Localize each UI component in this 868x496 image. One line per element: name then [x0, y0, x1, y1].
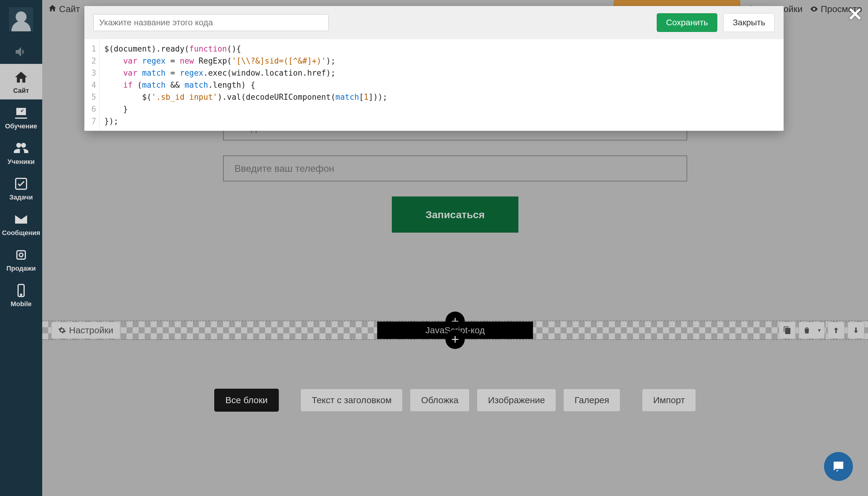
modal-close-x[interactable]: ✕ — [848, 4, 863, 25]
code-content[interactable]: $(document).ready(function(){ var regex … — [99, 39, 784, 131]
chat-fab[interactable] — [824, 452, 853, 481]
line-gutter: 1234567 — [84, 39, 99, 131]
save-button[interactable]: Сохранить — [657, 13, 717, 32]
code-editor[interactable]: 1234567 $(document).ready(function(){ va… — [84, 39, 784, 131]
chat-icon — [831, 459, 846, 474]
modal-header: Сохранить Закрыть — [84, 6, 784, 39]
code-name-input[interactable] — [93, 14, 328, 31]
close-button[interactable]: Закрыть — [723, 13, 775, 32]
code-editor-modal: Сохранить Закрыть 1234567 $(document).re… — [84, 6, 784, 131]
